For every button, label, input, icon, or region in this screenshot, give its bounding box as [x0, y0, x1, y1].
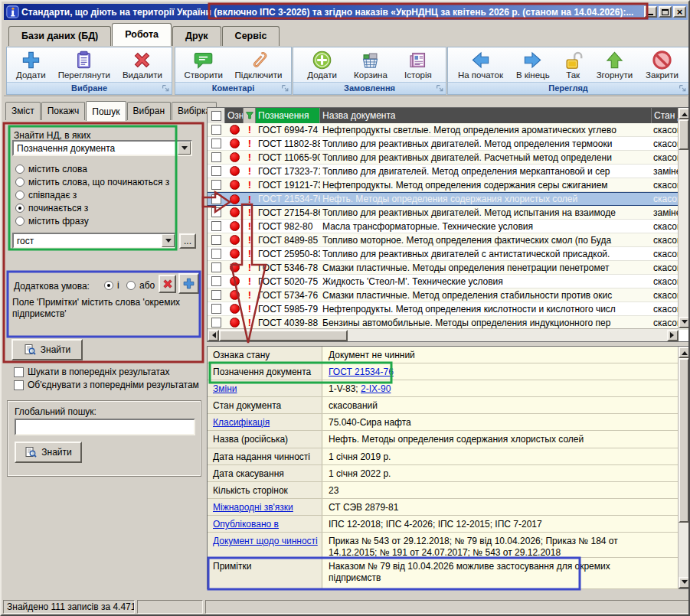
- toolbar-button[interactable]: Так: [560, 49, 587, 80]
- ribbon-tab-3[interactable]: Друк: [172, 26, 221, 46]
- checkbox-icon[interactable]: [211, 290, 221, 300]
- checkbox-icon[interactable]: [211, 304, 221, 314]
- checkbox-icon[interactable]: [211, 152, 221, 162]
- match-option-radio[interactable]: співпадає з: [15, 190, 77, 200]
- toolbar-button[interactable]: Створити: [181, 49, 226, 80]
- checkbox-icon[interactable]: [14, 367, 24, 377]
- or-radio[interactable]: або: [126, 280, 155, 291]
- search-in-previous-checkbox[interactable]: Шукати в попередніх результатах: [14, 367, 202, 377]
- radio-icon[interactable]: [15, 217, 25, 226]
- toolbar-button[interactable]: Підключити: [232, 49, 286, 80]
- details-value-link[interactable]: ГОСТ 21534-76: [329, 367, 394, 377]
- row-checkbox[interactable]: [208, 261, 225, 274]
- table-row[interactable]: !ГОСТ 5734-76Смазки пластичные. Метод оп…: [208, 288, 689, 302]
- match-option-radio[interactable]: містить фразу: [15, 216, 89, 227]
- row-checkbox[interactable]: [208, 275, 225, 288]
- checkbox-icon[interactable]: [211, 221, 221, 231]
- row-checkbox[interactable]: [208, 302, 225, 315]
- toolbar-button[interactable]: Корзина: [351, 49, 391, 80]
- table-row[interactable]: !ГОСТ 25950-83Топливо для реактивных дви…: [208, 247, 689, 261]
- row-checkbox[interactable]: [208, 151, 225, 164]
- checkbox-icon[interactable]: [211, 207, 221, 217]
- checkbox-icon[interactable]: [211, 166, 221, 176]
- table-row[interactable]: !ГОСТ 982-80Масла трансформаторные. Техн…: [208, 220, 689, 233]
- radio-icon[interactable]: [15, 204, 25, 213]
- checkbox-icon[interactable]: [211, 235, 221, 245]
- ribbon-tab-1[interactable]: Бази даних (БД): [8, 26, 111, 46]
- remove-condition-button[interactable]: [159, 275, 176, 293]
- table-row[interactable]: !ГОСТ 17323-71Топливо для двигателей. Ме…: [208, 165, 689, 178]
- details-label-link[interactable]: Документ щодо чинності: [213, 536, 318, 546]
- chevron-down-icon[interactable]: [178, 142, 191, 155]
- and-radio[interactable]: і: [104, 280, 119, 291]
- radio-icon[interactable]: [15, 191, 25, 200]
- table-vertical-scrollbar[interactable]: [678, 108, 689, 328]
- sidebar-tab-зміст[interactable]: Зміст: [5, 102, 41, 120]
- row-checkbox[interactable]: [208, 247, 225, 260]
- column-header-status[interactable]: Стан до: [652, 108, 679, 123]
- row-checkbox[interactable]: [208, 220, 225, 233]
- table-row[interactable]: !ГОСТ 8489-85Топливо моторное. Метод опр…: [208, 233, 689, 247]
- toolbar-button[interactable]: Історія: [401, 49, 435, 80]
- search-term-combo[interactable]: гост: [12, 233, 176, 249]
- table-row[interactable]: !ГОСТ 21534-76Нефть. Методы определения …: [208, 192, 689, 206]
- sidebar-tab-покажч[interactable]: Покажч: [41, 102, 86, 120]
- minimize-button[interactable]: [644, 6, 657, 18]
- group-launcher-icon[interactable]: [162, 84, 170, 93]
- maximize-button[interactable]: [659, 6, 672, 18]
- table-horizontal-scrollbar[interactable]: [208, 328, 679, 341]
- toolbar-button[interactable]: Переглянути: [55, 49, 113, 80]
- scroll-left-button[interactable]: [208, 330, 219, 341]
- table-row[interactable]: !ГОСТ 5985-79Нефтепродукты. Метод опреде…: [208, 302, 689, 316]
- ribbon-tab-4[interactable]: Сервіс: [222, 26, 280, 46]
- checkbox-icon[interactable]: [211, 194, 221, 204]
- checkbox-icon[interactable]: [211, 249, 221, 259]
- group-launcher-icon[interactable]: [436, 84, 444, 93]
- group-launcher-icon[interactable]: [281, 84, 289, 93]
- checkbox-icon[interactable]: [211, 111, 221, 121]
- checkbox-icon[interactable]: [14, 380, 24, 390]
- table-row[interactable]: !ГОСТ 5346-78Смазки пластичные. Методы о…: [208, 261, 689, 275]
- details-value-link[interactable]: 2-IX-90: [361, 383, 391, 394]
- scroll-down-button[interactable]: [679, 577, 690, 588]
- scroll-up-button[interactable]: [679, 108, 690, 119]
- toolbar-button[interactable]: В кінець: [513, 49, 553, 80]
- checkbox-icon[interactable]: [211, 318, 221, 328]
- checkbox-icon[interactable]: [211, 180, 221, 190]
- and-radio-circle[interactable]: [104, 281, 113, 290]
- details-label-link[interactable]: Опубліковано в: [213, 519, 279, 530]
- table-row[interactable]: !ГОСТ 6994-74Нефтепродукты светлые. Мето…: [208, 123, 689, 137]
- row-checkbox[interactable]: [208, 206, 225, 219]
- row-checkbox[interactable]: [208, 288, 225, 301]
- more-button[interactable]: ...: [179, 233, 196, 249]
- details-vertical-scrollbar[interactable]: [678, 347, 689, 588]
- close-button[interactable]: ×: [673, 6, 686, 18]
- scroll-thumb[interactable]: [679, 358, 689, 523]
- scroll-down-button[interactable]: [679, 317, 690, 328]
- search-field-combo[interactable]: Позначення документа: [12, 140, 192, 156]
- toolbar-button[interactable]: Згорнути: [594, 49, 636, 80]
- table-row[interactable]: !ГОСТ 11802-88Топливо для реактивных дви…: [208, 137, 689, 151]
- group-launcher-icon[interactable]: [679, 84, 687, 93]
- column-header-filter[interactable]: [244, 108, 256, 123]
- toolbar-button[interactable]: Додати: [304, 49, 340, 80]
- match-option-radio[interactable]: починається з: [15, 203, 88, 213]
- or-radio-circle[interactable]: [126, 281, 136, 290]
- chevron-down-icon[interactable]: [162, 234, 175, 247]
- scroll-thumb[interactable]: [679, 119, 689, 150]
- merge-previous-checkbox[interactable]: Об'єднувати з попередніми результатам: [14, 380, 202, 390]
- checkbox-icon[interactable]: [211, 276, 221, 286]
- toolbar-button[interactable]: Додати: [13, 49, 49, 80]
- checkbox-icon[interactable]: [211, 139, 221, 148]
- table-row[interactable]: !ГОСТ 5020-75Жидкость 'Стеол-М'. Техниче…: [208, 275, 689, 288]
- scroll-thumb[interactable]: [219, 330, 348, 341]
- details-label-link[interactable]: Зміни: [213, 383, 237, 394]
- row-checkbox[interactable]: [208, 233, 225, 246]
- checkbox-icon[interactable]: [211, 262, 221, 272]
- row-checkbox[interactable]: [208, 316, 225, 329]
- column-header-name[interactable]: Назва документа: [320, 108, 652, 123]
- radio-icon[interactable]: [15, 165, 25, 174]
- column-header-state[interactable]: Озн: [225, 108, 244, 123]
- column-header-designation[interactable]: Позначення: [256, 108, 320, 123]
- radio-icon[interactable]: [15, 178, 25, 187]
